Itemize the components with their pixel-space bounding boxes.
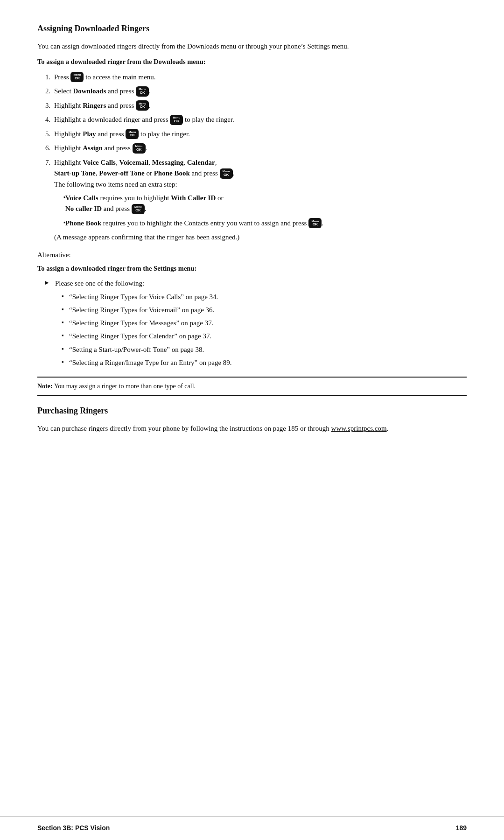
- menu-icon-vc: MenuOK: [132, 204, 145, 214]
- menu-icon-6: MenuOK: [133, 143, 146, 154]
- downloads-menu-heading: To assign a downloaded ringer from the D…: [37, 56, 467, 67]
- step-1: Press MenuOK to access the main menu.: [52, 72, 467, 83]
- see-list-item-2: “Selecting Ringer Types for Voicemail” o…: [62, 305, 467, 315]
- step-7-bold-pot: Power-off Tone: [99, 169, 144, 177]
- purchasing-heading: Purchasing Ringers: [37, 405, 467, 418]
- section-heading-assigning: Assigning Downloaded Ringers: [37, 22, 467, 35]
- sub-item-phone-book: Phone Book requires you to highlight the…: [63, 218, 467, 229]
- step-7: Highlight Voice Calls, Voicemail, Messag…: [52, 157, 467, 243]
- step-4: Highlight a downloaded ringer and press …: [52, 114, 467, 126]
- step-5: Highlight Play and press MenuOK to play …: [52, 129, 467, 140]
- sub-item-voice-calls: Voice Calls requires you to highlight Wi…: [63, 193, 467, 215]
- see-list: “Selecting Ringer Types for Voice Calls”…: [62, 292, 467, 369]
- menu-icon-4: MenuOK: [170, 115, 183, 125]
- footer-bar: Section 3B: PCS Vision 189: [0, 816, 504, 840]
- step-7-bold-vm: Voicemail: [119, 159, 148, 166]
- menu-icon-pb: MenuOK: [308, 218, 322, 228]
- see-list-item-1: “Selecting Ringer Types for Voice Calls”…: [62, 292, 467, 302]
- step-6-bold: Assign: [83, 144, 103, 152]
- arrow-item-text: Please see one of the following:: [55, 280, 144, 287]
- step-7-bold-vc: Voice Calls: [83, 159, 116, 166]
- step-3: Highlight Ringers and press MenuOK.: [52, 100, 467, 112]
- purchasing-link[interactable]: www.sprintpcs.com: [331, 425, 387, 432]
- arrow-list: Please see one of the following: “Select…: [45, 278, 467, 368]
- see-list-item-3: “Selecting Ringer Types for Messages” on…: [62, 318, 467, 329]
- step-2-bold: Downloads: [73, 87, 106, 95]
- menu-icon-5: MenuOK: [126, 129, 139, 139]
- see-list-item-5: “Setting a Start-up/Power-off Tone” on p…: [62, 344, 467, 355]
- sub-item-vc-bold: Voice Calls: [65, 194, 98, 202]
- footer-left: Section 3B: PCS Vision: [37, 823, 110, 833]
- alternative-label: Alternative:: [37, 250, 467, 260]
- step-7-sub-items: Voice Calls requires you to highlight Wi…: [63, 193, 467, 229]
- confirm-note: (A message appears confirming that the r…: [54, 233, 239, 241]
- settings-menu-heading: To assign a downloaded ringer from the S…: [37, 263, 467, 273]
- arrow-item: Please see one of the following: “Select…: [45, 278, 467, 368]
- intro-paragraph: You can assign downloaded ringers direct…: [37, 41, 467, 52]
- menu-icon-1: MenuOK: [70, 72, 84, 82]
- menu-icon-2: MenuOK: [136, 86, 149, 97]
- step-7-bold-msg: Messaging: [152, 159, 184, 166]
- note-box: Note: You may assign a ringer to more th…: [37, 377, 467, 396]
- menu-icon-7: MenuOK: [220, 168, 233, 179]
- steps-list: Press MenuOK to access the main menu. Se…: [52, 72, 467, 243]
- step-5-bold: Play: [83, 130, 96, 138]
- menu-icon-3: MenuOK: [136, 100, 149, 111]
- step-7-extra-note: The following two items need an extra st…: [54, 181, 177, 188]
- sub-item-pb-bold: Phone Book: [65, 219, 101, 227]
- step-7-bold-st: Start-up Tone: [54, 169, 96, 177]
- step-7-bold-cal: Calendar: [187, 159, 215, 166]
- step-2: Select Downloads and press MenuOK.: [52, 86, 467, 97]
- purchasing-para1: You can purchase ringers directly from y…: [37, 425, 331, 432]
- note-bold: Note:: [37, 383, 53, 390]
- step-3-bold: Ringers: [83, 102, 106, 109]
- purchasing-para2: .: [387, 425, 389, 432]
- step-7-bold-pb: Phone Book: [154, 169, 190, 177]
- see-list-item-4: “Selecting Ringer Types for Calendar” on…: [62, 331, 467, 342]
- sub-item-vc-callerid: With Caller ID: [171, 194, 216, 202]
- note-text: You may assign a ringer to more than one…: [53, 383, 196, 390]
- footer-right: 189: [456, 823, 467, 833]
- see-list-item-6: “Selecting a Ringer/Image Type for an En…: [62, 357, 467, 368]
- purchasing-paragraph: You can purchase ringers directly from y…: [37, 423, 467, 434]
- sub-item-vc-nocallerid: No caller ID: [65, 205, 102, 212]
- step-6: Highlight Assign and press MenuOK.: [52, 143, 467, 154]
